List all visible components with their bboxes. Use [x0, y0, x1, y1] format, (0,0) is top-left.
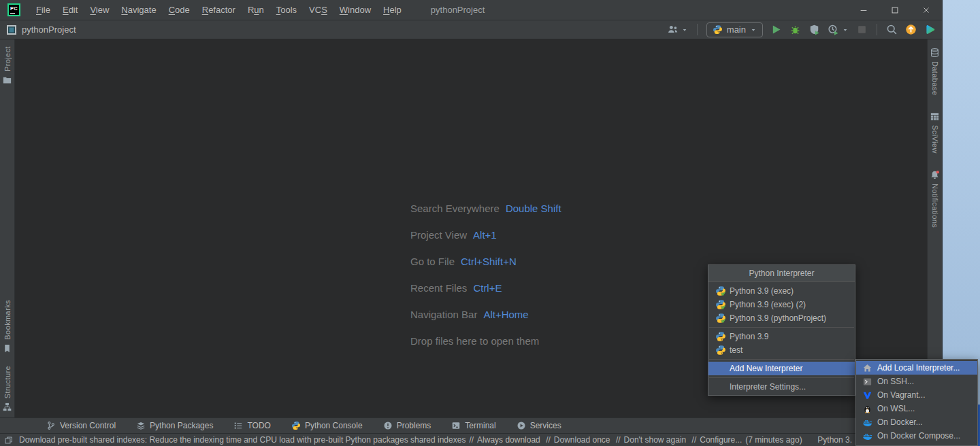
- close-button[interactable]: [911, 0, 942, 20]
- tool-window-button[interactable]: Python Console: [291, 421, 363, 430]
- minimize-button[interactable]: [848, 0, 879, 20]
- chevron-right-icon: [837, 363, 848, 374]
- tool-window-button[interactable]: SciView: [930, 112, 940, 154]
- tool-window-button[interactable]: Services: [517, 421, 561, 430]
- shortcut-hint-row: Recent Files Ctrl+E: [410, 275, 561, 301]
- maximize-button[interactable]: [879, 0, 911, 20]
- navigation-breadcrumb[interactable]: pythonProject: [7, 24, 76, 35]
- menu-item[interactable]: Refactor: [196, 0, 242, 20]
- submenu-item[interactable]: Add Local Interpreter...: [856, 361, 977, 375]
- ssh-icon: [862, 377, 872, 387]
- status-action-link[interactable]: Configure...: [700, 435, 742, 445]
- window-title: pythonProject: [431, 5, 485, 15]
- menu-item[interactable]: Edit: [56, 0, 84, 20]
- tool-window-button[interactable]: Version Control: [46, 421, 116, 430]
- menu-item[interactable]: VCS: [303, 0, 333, 20]
- interpreter-menu-item[interactable]: Interpreter Settings...: [708, 380, 855, 394]
- python-venv-icon: [715, 299, 726, 310]
- bottom-tool-window-bar: Version Control Python Packages TODO Pyt…: [0, 417, 942, 433]
- menu-item[interactable]: View: [84, 0, 115, 20]
- run-configuration-selector[interactable]: main: [706, 22, 763, 37]
- menu-item[interactable]: Run: [242, 0, 270, 20]
- interpreter-menu-item[interactable]: test: [708, 343, 855, 357]
- shortcut-action-label: Recent Files: [410, 282, 467, 294]
- caret-icon[interactable]: [681, 27, 688, 33]
- update-icon[interactable]: [905, 24, 917, 35]
- folder-icon: [2, 75, 12, 85]
- menu-item[interactable]: Code: [163, 0, 196, 20]
- tool-window-label: Notifications: [931, 184, 939, 228]
- interpreter-menu-item[interactable]: Python 3.9 (exec): [708, 284, 855, 298]
- status-action-link[interactable]: Always download: [477, 435, 540, 445]
- docker-icon: [862, 417, 872, 428]
- branch-icon: [46, 421, 56, 430]
- submenu-label: On WSL...: [877, 404, 915, 413]
- submenu-label: On Docker Compose...: [877, 431, 960, 441]
- packages-icon: [136, 421, 146, 430]
- home-icon: [862, 363, 872, 373]
- submenu-item[interactable]: On SSH...: [856, 375, 977, 388]
- shortcut-keystroke: Ctrl+E: [473, 282, 502, 294]
- tool-window-button[interactable]: Problems: [383, 421, 431, 430]
- tool-window-button[interactable]: Structure: [2, 366, 12, 412]
- tool-window-button[interactable]: Terminal: [451, 421, 495, 430]
- min-icon: [859, 5, 868, 15]
- interpreter-menu-item[interactable]: Add New Interpreter: [708, 362, 855, 375]
- shortcut-hint-row: Drop files here to open them: [410, 328, 561, 354]
- pycharm-logo-text: PC: [10, 6, 18, 12]
- menu-item[interactable]: Help: [377, 0, 408, 20]
- shortcut-action-label: Go to File: [410, 256, 455, 267]
- tool-window-button[interactable]: TODO: [233, 421, 270, 430]
- caret-icon[interactable]: [842, 27, 849, 33]
- interpreter-label: Python 3.9 (exec) (2): [730, 300, 806, 309]
- tool-window-button[interactable]: Python Packages: [136, 421, 213, 430]
- submenu-item[interactable]: On WSL...: [856, 402, 977, 415]
- separator: [709, 359, 854, 360]
- submenu-item[interactable]: On Docker...: [856, 415, 977, 429]
- window-controls: [848, 0, 942, 20]
- submenu-label: On SSH...: [877, 377, 914, 386]
- desktop-background: PC File Edit View Navigate Code Refactor: [0, 0, 980, 446]
- coverage-icon[interactable]: [808, 24, 820, 35]
- profiler-icon[interactable]: [828, 24, 839, 35]
- shortcut-hint-row: Go to File Ctrl+Shift+N: [410, 248, 561, 275]
- restore-icon[interactable]: [4, 436, 13, 445]
- tool-window-button[interactable]: Database: [930, 48, 940, 95]
- max-icon: [890, 5, 900, 15]
- status-message: Download pre-built shared indexes: Reduc…: [19, 435, 466, 445]
- menu-item[interactable]: Window: [333, 0, 377, 20]
- shortcut-action-label: Navigation Bar: [410, 309, 477, 320]
- menu-item[interactable]: Tools: [270, 0, 303, 20]
- tool-window-label: Database: [931, 61, 939, 95]
- tool-window-button[interactable]: Project: [2, 46, 12, 85]
- interpreter-menu-item[interactable]: Python 3.9 (pythonProject): [708, 311, 855, 325]
- status-action-link[interactable]: Don't show again: [624, 435, 687, 445]
- stop-icon: [856, 24, 868, 35]
- debug-icon[interactable]: [789, 24, 801, 35]
- python-icon: [291, 421, 301, 430]
- status-timestamp: (7 minutes ago): [745, 435, 802, 445]
- search-icon[interactable]: [886, 24, 898, 35]
- tool-window-label: Project: [3, 46, 12, 71]
- menu-item[interactable]: File: [30, 0, 56, 20]
- title-bar: PC File Edit View Navigate Code Refactor: [0, 0, 942, 20]
- interpreter-menu-item[interactable]: Python 3.9 (exec) (2): [708, 298, 855, 311]
- wsl-icon: [862, 404, 872, 414]
- menu-item[interactable]: Navigate: [115, 0, 162, 20]
- submenu-item[interactable]: On Vagrant...: [856, 388, 977, 402]
- interpreter-label: Add New Interpreter: [730, 364, 802, 373]
- tool-window-label: Services: [530, 421, 561, 430]
- interpreter-menu-item[interactable]: Python 3.9: [708, 330, 855, 343]
- run-icon[interactable]: [770, 24, 782, 35]
- interpreter-status[interactable]: Python 3.: [817, 435, 852, 445]
- learn-icon[interactable]: [924, 24, 936, 35]
- problems-icon: [383, 421, 393, 430]
- users-icon[interactable]: [667, 24, 679, 35]
- pycharm-logo-icon: PC: [7, 3, 20, 16]
- submenu-item[interactable]: On Docker Compose...: [856, 429, 977, 443]
- tool-window-button[interactable]: Bookmarks: [2, 300, 12, 354]
- status-action-link[interactable]: Download once: [554, 435, 610, 445]
- toolbar-separator: [877, 24, 877, 35]
- python-venv-icon: [715, 286, 726, 296]
- tool-window-button[interactable]: Notifications: [930, 170, 940, 228]
